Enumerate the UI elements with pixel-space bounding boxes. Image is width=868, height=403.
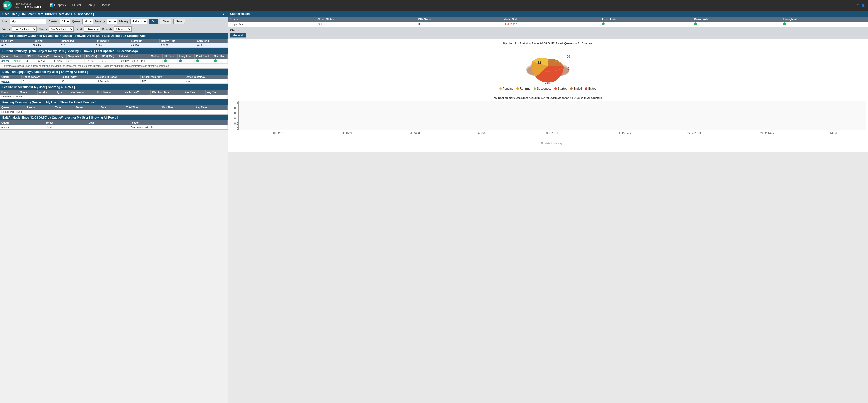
ea-cell-queue[interactable]: general <box>0 125 43 129</box>
ch-col-active-alerts[interactable]: Active Alerts <box>600 17 692 22</box>
pr-col-status[interactable]: Status <box>74 105 99 110</box>
fc-col-type[interactable]: Type <box>56 90 69 95</box>
ea-col-jobs[interactable]: Jobs** <box>87 121 129 125</box>
col-suspended[interactable]: Suspended <box>59 39 94 43</box>
fc-col-avgtime[interactable]: Avg Time <box>206 90 227 95</box>
pr-col-queue[interactable]: Queue <box>0 105 25 110</box>
col-running[interactable]: Running <box>31 39 59 43</box>
nav-graphs[interactable]: 📊 Graphs ▾ <box>47 2 68 9</box>
nav-license[interactable]: License <box>98 2 113 9</box>
limit-select[interactable]: 5 Rows <box>84 26 100 32</box>
qcol-cpus[interactable]: CPUS <box>25 54 36 59</box>
save-button[interactable]: Save <box>174 19 185 24</box>
qcol-method[interactable]: Method <box>149 54 162 59</box>
clear-button[interactable]: Clear <box>160 19 172 24</box>
cell-exited-hr: 0 / 166 <box>130 43 159 48</box>
ch-col-master-status[interactable]: Master Status <box>502 17 600 22</box>
ch-cell-cluster[interactable]: compute1-lsf <box>228 22 315 27</box>
topbar: IBM IBM Spectrum LSF RTM 10.2.0.1 📊 Grap… <box>0 0 868 11</box>
refresh-select[interactable]: 1 Minute <box>114 26 131 32</box>
fc-col-free[interactable]: Free Tokens <box>96 90 123 95</box>
dt-col-ended-today[interactable]: Ended Today** <box>21 75 60 79</box>
col-hourly-tput[interactable]: Hourly TPut <box>159 39 196 43</box>
pending-dot <box>499 87 502 90</box>
col-5min-tput[interactable]: 5Min TPut <box>196 39 227 43</box>
qcol-long[interactable]: Long Jobs <box>178 54 194 59</box>
ea-cell-project[interactable]: default <box>43 125 87 129</box>
fc-col-vendor[interactable]: Vendor <box>37 90 55 95</box>
user-filter-title: User Filter [ RTM Batch Users, Current U… <box>2 12 94 16</box>
user-icon[interactable]: 👤 <box>862 4 865 7</box>
qcol-tput5min[interactable]: TPut(5Min) <box>100 54 118 59</box>
dt-col-ended-yesterday[interactable]: Ended Yesterday <box>141 75 184 79</box>
qcol-pend-dpnd[interactable]: Pend Dpnd <box>194 54 212 59</box>
legend-pending-label: Pending <box>503 87 514 90</box>
col-pending[interactable]: Pending** <box>0 39 31 43</box>
views-label: Views <box>2 28 10 31</box>
pr-col-reason[interactable]: Reason <box>25 105 54 110</box>
history-select[interactable]: 4 Hours <box>130 19 147 24</box>
user-input[interactable] <box>10 19 46 24</box>
pr-col-max[interactable]: Max Time <box>161 105 194 110</box>
fc-col-max[interactable]: Max Tokens <box>69 90 96 95</box>
col-exited-hr[interactable]: Exited/Hr <box>130 39 159 43</box>
col-finished-hr[interactable]: Finished/Hr <box>94 39 130 43</box>
chart-tab-general[interactable]: General <box>230 33 246 38</box>
ch-col-cluster-status[interactable]: Cluster Status <box>315 17 416 22</box>
nav-jobiq[interactable]: JobIQ <box>85 2 97 9</box>
qcol-queue[interactable]: Queue <box>0 54 12 59</box>
queue-select[interactable]: All <box>82 19 93 24</box>
svg-text:32: 32 <box>538 61 541 64</box>
go-button[interactable]: Go <box>149 19 158 24</box>
fc-col-checkout[interactable]: Checkout Time <box>151 90 183 95</box>
qcell-suspended: 0 / 1 <box>66 59 84 64</box>
feature-checkouts-title: Feature Checkouts for My User [ Showing … <box>2 86 75 89</box>
pr-col-type[interactable]: Type <box>54 105 74 110</box>
pr-col-total[interactable]: Total Time <box>125 105 161 110</box>
pr-col-avg[interactable]: Avg Time <box>194 105 227 110</box>
qcol-estimate[interactable]: Estimate <box>118 54 149 59</box>
dt-col-queue[interactable]: Queue <box>0 75 21 79</box>
suspended-dot <box>533 87 536 90</box>
ch-col-cluster[interactable]: Cluster <box>228 17 315 22</box>
views-select[interactable]: 7 of 7 selected <box>12 26 37 32</box>
refresh-label: Refresh <box>102 28 112 31</box>
help-icon[interactable]: ? <box>857 4 859 7</box>
fc-col-my[interactable]: My Tokens** <box>123 90 151 95</box>
started-dot <box>554 87 557 90</box>
filter-row-1: User Cluster All Queue All Severity All … <box>0 18 228 25</box>
nav-cluster[interactable]: Cluster <box>69 2 84 9</box>
feature-empty-row: No Records Found <box>0 95 228 99</box>
qcol-running[interactable]: Running <box>52 54 66 59</box>
dt-col-exited-yesterday[interactable]: Exited Yesterday <box>184 75 228 79</box>
fc-col-service[interactable]: Service <box>19 90 37 95</box>
ea-col-queue[interactable]: Queue <box>0 121 43 125</box>
qcol-tput1hr[interactable]: TPut(1Hr) <box>84 54 100 59</box>
collapse-btn[interactable]: ▲ <box>222 12 225 16</box>
fc-col-feature[interactable]: Feature <box>0 90 19 95</box>
pending-reasons-section: Pending Reasons by Queue for My User [ S… <box>0 99 228 115</box>
cluster-select[interactable]: All <box>60 19 70 24</box>
pr-col-jobs[interactable]: Jobs** <box>99 105 125 110</box>
ch-col-down-hosts[interactable]: Down Hosts <box>692 17 781 22</box>
dt-col-avg-tt[interactable]: Average TT Today <box>95 75 141 79</box>
qcol-pending[interactable]: Pending** <box>36 54 52 59</box>
dt-cell-ended-yesterday: N/A <box>141 79 184 84</box>
ch-col-throughput[interactable]: Throughput <box>781 17 868 22</box>
qcell-project[interactable]: default <box>12 59 25 64</box>
qcol-suspended[interactable]: Suspended <box>66 54 84 59</box>
x-8g-16g: 8G to 16G <box>546 131 559 135</box>
ch-col-rtm-status[interactable]: RTM Status <box>416 17 502 22</box>
qcell-queue[interactable]: general <box>0 59 12 64</box>
mem-chart-container: My User Memory Use Since '02-08 06:50' f… <box>228 94 868 152</box>
ea-col-reason[interactable]: Reason <box>129 121 227 125</box>
qcol-idle[interactable]: Idle Jobs <box>162 54 177 59</box>
qcol-project[interactable]: Project <box>12 54 25 59</box>
severity-select[interactable]: All <box>107 19 117 24</box>
fc-col-maxtime[interactable]: Max Time <box>183 90 206 95</box>
dt-col-exited-today[interactable]: Exited Today <box>60 75 95 79</box>
qcol-mem[interactable]: Mem Use <box>212 54 227 59</box>
ea-col-project[interactable]: Project <box>43 121 87 125</box>
charts-select[interactable]: 5 of 5 selected <box>49 26 73 32</box>
dt-cell-queue[interactable]: general <box>0 79 21 84</box>
